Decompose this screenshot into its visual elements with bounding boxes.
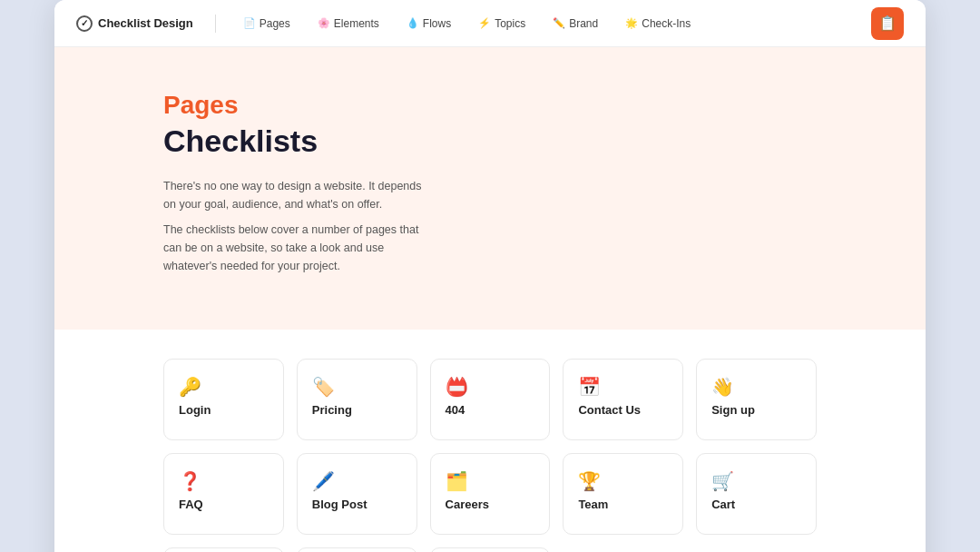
card-blog-post[interactable]: 🖊️ Blog Post [297,453,417,535]
card-label-login: Login [179,403,269,417]
nav-link-label-topics: Topics [495,17,525,30]
card-label-team: Team [578,498,668,511]
nav-logo[interactable]: ✓ Checklist Design [76,15,193,32]
card-404[interactable]: 📛 404 [430,359,551,440]
hero-title: Checklists [163,123,817,159]
hero-description: There's no one way to design a website. … [163,177,436,275]
browser-window: ✓ Checklist Design 📄Pages🌸Elements💧Flows… [54,0,926,552]
card-icon-contact-us: 📅 [578,378,668,396]
nav-link-topics[interactable]: ⚡Topics [473,14,531,34]
card-label-contact-us: Contact Us [578,403,668,417]
card-label-sign-up: Sign up [711,403,801,417]
nav-link-label-pages: Pages [260,17,290,30]
nav-link-icon-brand: ✏️ [553,17,565,29]
nav-app-icon[interactable]: 📋 [871,7,904,40]
nav-link-checkins[interactable]: 🌟Check-Ins [620,14,696,34]
nav-link-icon-topics: ⚡ [478,17,491,29]
nav-link-flows[interactable]: 💧Flows [401,14,456,34]
nav-link-elements[interactable]: 🌸Elements [312,14,385,34]
cards-section: 🔑 Login 🏷️ Pricing 📛 404 📅 Contact Us 👋 … [54,330,926,552]
card-team[interactable]: 🏆 Team [563,453,683,535]
cards-grid: 🔑 Login 🏷️ Pricing 📛 404 📅 Contact Us 👋 … [163,359,817,552]
card-icon-login: 🔑 [179,378,269,396]
nav-link-brand[interactable]: ✏️Brand [547,14,603,34]
card-blog[interactable]: 📰 Blog [430,547,551,552]
card-icon-404: 📛 [446,378,535,396]
nav-link-label-elements: Elements [334,17,379,30]
card-icon-sign-up: 👋 [711,378,801,396]
card-label-404: 404 [446,403,535,417]
card-icon-pricing: 🏷️ [312,378,402,396]
card-sign-up[interactable]: 👋 Sign up [696,359,817,440]
card-label-blog-post: Blog Post [312,498,402,511]
card-pricing[interactable]: 🏷️ Pricing [297,359,417,440]
nav-link-icon-pages: 📄 [243,17,256,29]
card-contact-us[interactable]: 📅 Contact Us [563,359,683,440]
card-label-careers: Careers [446,498,535,511]
card-icon-cart: 🛒 [711,472,801,490]
card-icon-faq: ❓ [179,472,269,490]
check-icon: ✓ [76,15,93,32]
card-label-faq: FAQ [179,498,269,511]
card-label-pricing: Pricing [312,403,402,417]
hero-desc-2: The checklists below cover a number of p… [163,221,436,275]
nav-link-icon-flows: 💧 [407,17,419,29]
hero-subtitle: Pages [163,91,817,120]
card-careers[interactable]: 🗂️ Careers [430,453,551,535]
nav-link-pages[interactable]: 📄Pages [238,14,296,34]
card-cart[interactable]: 🛒 Cart [696,453,817,535]
card-faq[interactable]: ❓ FAQ [163,453,284,535]
hero-section: Pages Checklists There's no one way to d… [54,47,926,330]
hero-desc-1: There's no one way to design a website. … [163,177,436,213]
nav-divider [215,15,216,33]
nav-link-icon-elements: 🌸 [318,17,330,29]
card-search[interactable]: 🔍 Search [297,547,417,552]
logo-label: Checklist Design [98,16,193,30]
nav-links: 📄Pages🌸Elements💧Flows⚡Topics✏️Brand🌟Chec… [238,14,696,34]
card-icon-blog-post: 🖊️ [312,472,402,490]
nav-link-label-brand: Brand [569,17,598,30]
card-press[interactable]: 🎞️ Press [163,547,284,552]
card-login[interactable]: 🔑 Login [163,359,284,440]
nav-link-label-checkins: Check-Ins [642,17,691,30]
nav-link-icon-checkins: 🌟 [625,17,638,29]
card-icon-careers: 🗂️ [446,472,535,490]
card-icon-team: 🏆 [578,472,668,490]
card-label-cart: Cart [711,498,801,511]
navbar: ✓ Checklist Design 📄Pages🌸Elements💧Flows… [54,0,926,47]
nav-link-label-flows: Flows [423,17,451,30]
nav-left: ✓ Checklist Design 📄Pages🌸Elements💧Flows… [76,14,696,34]
